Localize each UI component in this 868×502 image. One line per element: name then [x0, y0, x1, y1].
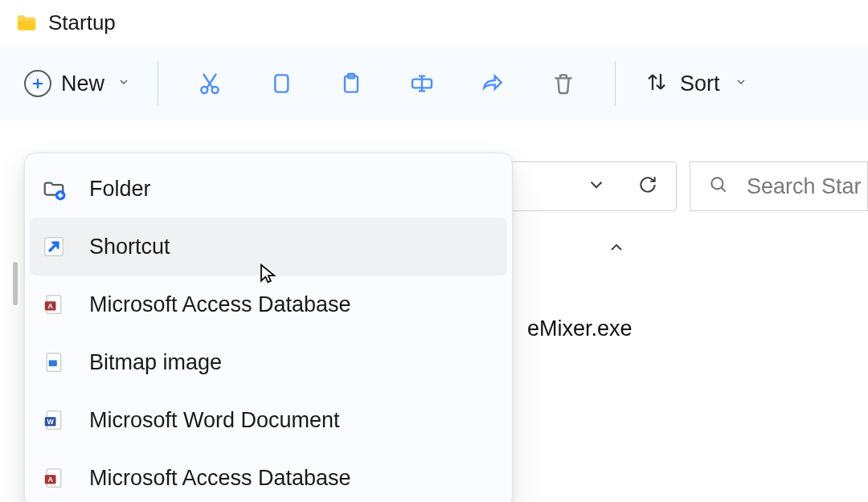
search-placeholder: Search Star	[747, 174, 862, 199]
folder-icon	[14, 11, 39, 35]
svg-text:W: W	[47, 418, 54, 426]
menu-item-access-db[interactable]: A Microsoft Access Database	[30, 275, 507, 333]
word-doc-icon: W	[41, 407, 67, 433]
toolbar-divider	[158, 61, 158, 106]
new-menu: Folder Shortcut A Microsoft Access Datab…	[24, 153, 513, 502]
svg-point-0	[201, 87, 207, 93]
plus-circle-icon	[24, 70, 51, 97]
search-box[interactable]: Search Star	[690, 161, 868, 211]
chevron-down-icon[interactable]	[586, 174, 607, 198]
toolbar-divider	[615, 61, 616, 106]
refresh-icon[interactable]	[637, 174, 658, 198]
menu-item-folder[interactable]: Folder	[30, 160, 507, 218]
svg-text:A: A	[47, 475, 53, 484]
svg-rect-2	[275, 75, 288, 92]
new-button[interactable]: New	[16, 63, 138, 104]
menu-item-access-db-2[interactable]: A Microsoft Access Database	[30, 449, 507, 502]
rename-button[interactable]	[390, 59, 454, 108]
file-name[interactable]: eMixer.exe	[527, 316, 633, 341]
menu-item-label: Microsoft Access Database	[89, 292, 351, 317]
shortcut-icon	[41, 234, 67, 259]
chevron-down-icon	[117, 76, 130, 92]
share-button[interactable]	[461, 59, 525, 108]
new-button-label: New	[61, 71, 104, 96]
copy-button[interactable]	[248, 59, 313, 108]
delete-button[interactable]	[531, 59, 596, 108]
window-title: Startup	[48, 10, 116, 35]
sort-icon	[645, 70, 669, 97]
menu-item-label: Microsoft Access Database	[89, 466, 351, 491]
bitmap-icon	[41, 349, 67, 375]
cut-button[interactable]	[178, 59, 242, 108]
menu-item-shortcut[interactable]: Shortcut	[30, 218, 507, 275]
menu-item-label: Shortcut	[89, 235, 170, 259]
menu-item-word-doc[interactable]: W Microsoft Word Document	[30, 391, 507, 449]
folder-plus-icon	[41, 176, 67, 202]
chevron-up-icon[interactable]	[607, 238, 626, 260]
scrollbar-thumb[interactable]	[13, 262, 18, 305]
menu-item-label: Bitmap image	[89, 350, 222, 375]
svg-text:A: A	[47, 302, 53, 310]
menu-item-label: Microsoft Word Document	[89, 408, 340, 433]
svg-point-1	[212, 87, 219, 93]
chevron-down-icon	[735, 76, 747, 92]
svg-point-6	[711, 178, 723, 189]
menu-item-bitmap[interactable]: Bitmap image	[30, 333, 507, 391]
title-bar: Startup	[0, 0, 868, 47]
toolbar: New Sort	[0, 47, 868, 120]
sort-button[interactable]: Sort	[645, 70, 747, 97]
menu-item-label: Folder	[89, 177, 151, 202]
sort-button-label: Sort	[680, 71, 720, 96]
search-icon	[708, 174, 729, 198]
access-db-icon: A	[41, 465, 67, 491]
paste-button[interactable]	[319, 59, 383, 108]
access-db-icon: A	[41, 292, 67, 317]
svg-rect-13	[49, 361, 57, 367]
